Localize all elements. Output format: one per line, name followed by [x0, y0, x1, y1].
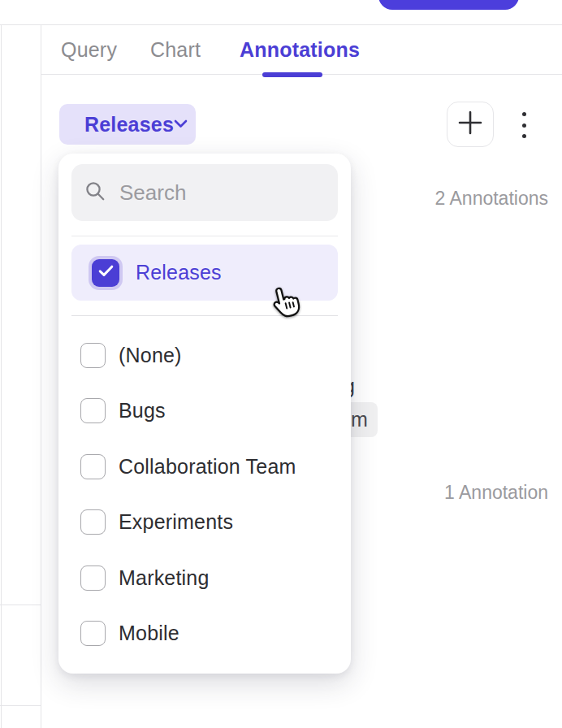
releases-filter-dropdown: Releases (None) Bugs Collaboration Team … [58, 154, 351, 674]
more-options-button[interactable] [517, 112, 530, 138]
top-bar [0, 0, 562, 25]
checkbox-checked[interactable] [92, 259, 119, 287]
kebab-dot [522, 124, 526, 128]
annotation-group-count: 1 Annotation [444, 482, 548, 504]
sidebar-row-divider [0, 705, 41, 706]
option-marketing[interactable]: Marketing [71, 550, 338, 606]
option-label: Marketing [119, 566, 210, 590]
plus-icon [458, 110, 482, 138]
annotations-screen: Query Chart Annotations Releases 2 Annot… [0, 0, 562, 728]
divider [71, 236, 338, 236]
chevron-down-icon [174, 117, 188, 132]
option-label: Experiments [119, 510, 233, 534]
option-collaboration-team[interactable]: Collaboration Team [71, 439, 338, 495]
option-list: (None) Bugs Collaboration Team Experimen… [71, 327, 338, 661]
tab-bar: Query Chart Annotations [41, 25, 562, 75]
sidebar-row-divider [0, 604, 41, 605]
occluded-tag-text: m [351, 408, 368, 431]
releases-filter-button[interactable]: Releases [59, 104, 196, 145]
option-none[interactable]: (None) [71, 327, 338, 384]
sidebar-divider [41, 25, 41, 728]
option-experiments[interactable]: Experiments [71, 495, 338, 551]
option-mobile[interactable]: Mobile [71, 606, 338, 662]
primary-action-button[interactable] [378, 0, 519, 10]
checkbox-unchecked[interactable] [80, 398, 106, 423]
search-icon [84, 180, 106, 206]
active-tab-indicator [262, 72, 322, 77]
pointer-hand-cursor [267, 284, 305, 327]
kebab-dot [522, 112, 526, 116]
checkbox-unchecked[interactable] [80, 621, 106, 646]
tab-annotations[interactable]: Annotations [240, 25, 360, 75]
checkmark-icon [98, 265, 114, 280]
option-label: Collaboration Team [119, 455, 296, 479]
add-annotation-button[interactable] [447, 102, 494, 147]
option-bugs[interactable]: Bugs [71, 384, 338, 440]
checkbox-unchecked[interactable] [80, 566, 106, 591]
option-label: Bugs [119, 399, 166, 422]
option-label: Releases [136, 261, 222, 284]
tab-chart[interactable]: Chart [150, 25, 201, 75]
option-label: (None) [119, 344, 182, 367]
option-label: Mobile [119, 622, 179, 645]
kebab-dot [522, 134, 526, 138]
window-left-border [1, 25, 2, 728]
filter-button-label: Releases [84, 113, 174, 136]
checkbox-unchecked[interactable] [80, 454, 106, 479]
annotation-group-count: 2 Annotations [435, 188, 548, 210]
search-input[interactable] [119, 180, 323, 206]
tab-query[interactable]: Query [61, 25, 117, 75]
checkbox-unchecked[interactable] [80, 509, 106, 535]
checkbox-unchecked[interactable] [80, 343, 106, 368]
search-field[interactable] [71, 164, 338, 221]
